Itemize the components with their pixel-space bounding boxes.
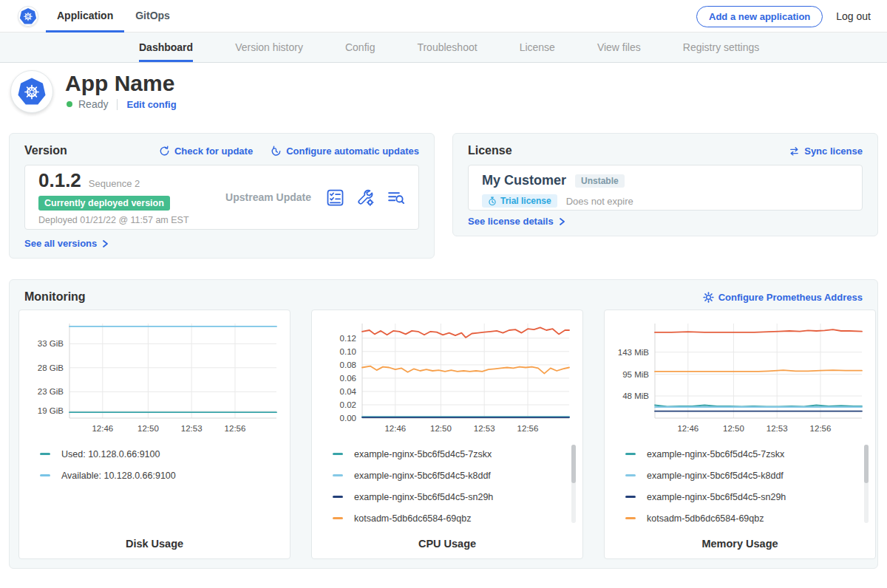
tab-dashboard[interactable]: Dashboard [139, 33, 193, 62]
deployed-status-badge: Currently deployed version [38, 196, 170, 211]
svg-text:33 GiB: 33 GiB [38, 339, 64, 348]
version-actions [326, 188, 405, 207]
tab-view-files[interactable]: View files [597, 33, 641, 62]
license-type-label: Trial license [500, 196, 551, 206]
svg-text:0.10: 0.10 [340, 347, 356, 356]
tab-gitops[interactable]: GitOps [124, 0, 181, 33]
svg-text:0.04: 0.04 [340, 387, 357, 396]
logout-link[interactable]: Log out [836, 10, 871, 22]
license-panel: My Customer Unstable Trial license Does … [468, 165, 863, 211]
tab-config[interactable]: Config [345, 33, 375, 62]
view-deploy-logs-icon[interactable] [387, 188, 405, 207]
tab-application[interactable]: Application [46, 0, 124, 33]
legend-color-dash [625, 496, 636, 498]
legend-scrollbar[interactable] [571, 445, 576, 523]
disk-usage-legend: Used: 10.128.0.66:9100Available: 10.128.… [40, 443, 271, 486]
configure-automatic-updates-link[interactable]: Configure automatic updates [271, 146, 419, 157]
divider [117, 99, 118, 110]
legend-item: example-nginx-5bc6f5d4c5-sn29h [333, 486, 563, 507]
deployed-timestamp: Deployed 01/21/22 @ 11:57 am EST [38, 215, 211, 225]
legend-label: example-nginx-5bc6f5d4c5-k8ddf [647, 471, 784, 481]
gear-icon [703, 292, 714, 303]
chart-title: Disk Usage [19, 538, 290, 550]
legend-item: example-nginx-5bc6f5d4c5-7zskx [333, 443, 563, 465]
edit-config-icon[interactable] [356, 188, 375, 207]
legend-label: example-nginx-5bc6f5d4c5-k8ddf [354, 471, 491, 481]
add-application-button[interactable]: Add a new application [696, 6, 823, 27]
disk-usage-plot: 19 GiB23 GiB28 GiB33 GiB12:4612:5012:531… [27, 318, 282, 439]
legend-item: Available: 10.128.0.66:9100 [40, 465, 271, 486]
version-info: 0.1.2 Sequence 2 Currently deployed vers… [38, 169, 211, 225]
svg-text:12:50: 12:50 [723, 424, 744, 433]
see-all-versions-label: See all versions [24, 238, 97, 249]
preflight-checks-icon[interactable] [326, 188, 344, 207]
legend-label: kotsadm-5db6dc6584-69qbz [354, 513, 471, 524]
tab-troubleshoot[interactable]: Troubleshoot [417, 33, 477, 62]
legend-label: example-nginx-5bc6f5d4c5-7zskx [354, 449, 492, 459]
disk-usage-chart-card: 19 GiB23 GiB28 GiB33 GiB12:4612:5012:531… [18, 310, 290, 559]
legend-item: example-nginx-5bc6f5d4c5-7zskx [625, 443, 856, 465]
status-dot [67, 101, 72, 107]
sync-license-label: Sync license [804, 146, 863, 157]
kubernetes-logo-icon[interactable] [18, 6, 38, 27]
version-card-links: Check for update Configure automatic upd… [159, 146, 419, 157]
cpu-usage-legend: example-nginx-5bc6f5d4c5-7zskxexample-ng… [333, 443, 563, 529]
legend-color-dash [625, 517, 636, 519]
current-version-panel: 0.1.2 Sequence 2 Currently deployed vers… [24, 165, 419, 230]
configure-prometheus-label: Configure Prometheus Address [718, 292, 863, 303]
legend-color-dash [333, 453, 343, 455]
stopwatch-icon [488, 196, 497, 206]
license-type-badge: Trial license [482, 194, 557, 208]
legend-color-dash [625, 474, 636, 476]
edit-config-link[interactable]: Edit config [126, 99, 176, 110]
svg-text:48 MiB: 48 MiB [622, 392, 649, 400]
legend-label: example-nginx-5bc6f5d4c5-7zskx [647, 449, 784, 459]
svg-text:12:46: 12:46 [92, 424, 113, 433]
kubernetes-app-icon [17, 77, 47, 106]
tab-license[interactable]: License [520, 33, 555, 62]
version-sequence: Sequence 2 [89, 178, 140, 189]
legend-color-dash [625, 453, 636, 455]
check-for-update-link[interactable]: Check for update [159, 146, 253, 157]
svg-text:143 MiB: 143 MiB [618, 348, 650, 357]
legend-label: example-nginx-5bc6f5d4c5-sn29h [647, 492, 786, 502]
scrollbar-thumb[interactable] [571, 445, 576, 483]
svg-text:12:53: 12:53 [181, 424, 203, 433]
svg-text:0.06: 0.06 [340, 374, 356, 383]
svg-text:12:46: 12:46 [384, 424, 406, 433]
app-icon [10, 70, 53, 113]
channel-badge: Unstable [575, 174, 625, 188]
configure-prometheus-link[interactable]: Configure Prometheus Address [703, 292, 863, 303]
legend-color-dash [40, 453, 50, 455]
sync-license-link[interactable]: Sync license [789, 146, 863, 157]
legend-item: example-nginx-5bc6f5d4c5-k8ddf [625, 465, 856, 486]
app-subnav: Dashboard Version history Config Trouble… [0, 33, 887, 63]
svg-text:12:56: 12:56 [225, 424, 246, 433]
svg-text:0.02: 0.02 [340, 400, 356, 409]
memory-usage-chart-card: 48 MiB95 MiB143 MiB12:4612:5012:5312:56 … [604, 310, 876, 559]
legend-color-dash [333, 474, 343, 476]
status-text: Ready [78, 98, 108, 110]
app-status-row: Ready Edit config [67, 98, 177, 110]
license-expiry: Does not expire [566, 196, 633, 207]
scrollbar-thumb[interactable] [864, 445, 869, 483]
see-all-versions-link[interactable]: See all versions [24, 238, 109, 249]
legend-scrollbar[interactable] [864, 445, 869, 523]
tab-version-history[interactable]: Version history [235, 33, 303, 62]
legend-color-dash [333, 517, 343, 519]
svg-text:95 MiB: 95 MiB [622, 370, 649, 379]
chart-title: CPU Usage [312, 538, 582, 550]
clock-refresh-icon [271, 146, 282, 157]
see-license-details-link[interactable]: See license details [468, 216, 565, 227]
legend-item: example-nginx-5bc6f5d4c5-k8ddf [333, 465, 563, 486]
tab-registry-settings[interactable]: Registry settings [683, 33, 759, 62]
check-for-update-label: Check for update [174, 146, 253, 157]
svg-text:19 GiB: 19 GiB [38, 406, 64, 415]
page-title: App Name [65, 71, 174, 96]
kubernetes-helm-icon [19, 7, 37, 25]
svg-text:12:56: 12:56 [810, 424, 832, 433]
customer-name: My Customer [482, 173, 566, 188]
legend-label: example-nginx-5bc6f5d4c5-sn29h [354, 492, 493, 502]
legend-label: kotsadm-5db6dc6584-69qbz [647, 513, 764, 524]
svg-text:12:46: 12:46 [677, 424, 699, 433]
